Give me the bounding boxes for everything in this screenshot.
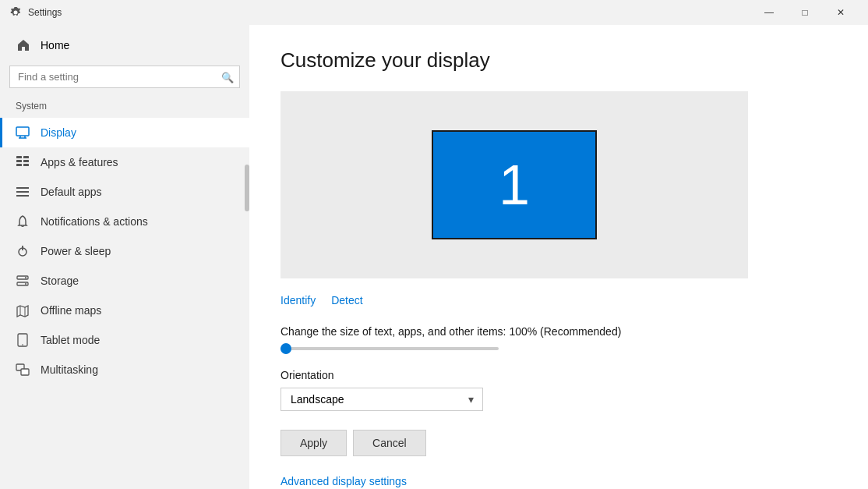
apps-icon — [16, 155, 30, 169]
sidebar-item-display[interactable]: Display — [0, 118, 249, 147]
svg-rect-8 — [23, 156, 29, 158]
detect-button[interactable]: Detect — [331, 294, 362, 307]
sidebar-home-item[interactable]: Home — [0, 25, 249, 66]
svg-point-23 — [22, 344, 23, 345]
page-title: Customize your display — [281, 48, 837, 73]
power-icon — [16, 244, 30, 258]
svg-rect-25 — [21, 369, 29, 375]
sidebar-item-power[interactable]: Power & sleep — [0, 236, 249, 266]
sidebar-maps-label: Offline maps — [41, 304, 101, 317]
home-label: Home — [41, 39, 69, 51]
search-icon: 🔍 — [221, 71, 234, 83]
svg-rect-10 — [23, 164, 29, 166]
notifications-icon — [16, 214, 30, 229]
title-bar: Settings — □ ✕ — [0, 0, 868, 25]
sidebar-item-storage[interactable]: Storage — [0, 266, 249, 296]
cancel-button[interactable]: Cancel — [353, 430, 426, 456]
svg-point-0 — [14, 11, 18, 15]
scaling-container: Change the size of text, apps, and other… — [281, 325, 837, 350]
scrollbar-thumb[interactable] — [245, 165, 249, 211]
sidebar-item-apps-features[interactable]: Apps & features — [0, 147, 249, 177]
settings-gear-icon — [9, 6, 22, 19]
apply-button[interactable]: Apply — [281, 430, 347, 456]
sidebar-item-tablet[interactable]: Tablet mode — [0, 325, 249, 355]
sidebar-item-multitasking[interactable]: Multitasking — [0, 355, 249, 384]
identify-button[interactable]: Identify — [281, 294, 316, 307]
storage-icon — [16, 274, 30, 288]
scaling-slider-track[interactable] — [281, 347, 499, 350]
action-buttons-row: Apply Cancel — [281, 430, 837, 456]
monitor-number: 1 — [499, 153, 530, 217]
sidebar-apps-label: Apps & features — [41, 156, 118, 168]
sidebar: Home 🔍 System Display — [0, 25, 249, 489]
maximize-button[interactable]: □ — [787, 0, 823, 25]
svg-rect-5 — [16, 156, 22, 158]
title-bar-controls: — □ ✕ — [751, 0, 859, 25]
sidebar-multitasking-label: Multitasking — [41, 363, 98, 376]
advanced-display-settings-link[interactable]: Advanced display settings — [281, 475, 407, 487]
search-input[interactable] — [9, 66, 240, 88]
minimize-button[interactable]: — — [751, 0, 787, 25]
svg-rect-12 — [16, 191, 29, 193]
map-icon — [16, 303, 30, 317]
default-apps-icon — [16, 185, 30, 199]
display-preview: 1 — [281, 91, 748, 278]
slider-thumb[interactable] — [281, 343, 291, 354]
svg-point-19 — [25, 283, 26, 285]
sidebar-display-label: Display — [41, 126, 76, 139]
sidebar-item-offline-maps[interactable]: Offline maps — [0, 296, 249, 325]
title-bar-title: Settings — [28, 7, 62, 18]
system-label: System — [0, 97, 249, 118]
svg-rect-6 — [16, 160, 22, 162]
scaling-label: Change the size of text, apps, and other… — [281, 325, 837, 338]
display-links: Identify Detect — [281, 294, 837, 307]
svg-rect-9 — [23, 160, 29, 162]
sidebar-tablet-label: Tablet mode — [41, 334, 100, 346]
svg-point-18 — [25, 277, 26, 278]
svg-rect-1 — [16, 127, 29, 136]
sidebar-item-notifications[interactable]: Notifications & actions — [0, 207, 249, 236]
sidebar-search-container: 🔍 — [9, 66, 240, 88]
svg-rect-7 — [16, 164, 22, 166]
multitask-icon — [16, 363, 30, 377]
close-button[interactable]: ✕ — [823, 0, 859, 25]
svg-rect-11 — [16, 187, 29, 189]
home-icon — [16, 37, 31, 53]
tablet-icon — [16, 333, 30, 347]
orientation-container: Orientation Landscape Portrait Landscape… — [281, 369, 837, 411]
sidebar-items-list: Display Apps & features — [0, 118, 249, 489]
sidebar-notifications-label: Notifications & actions — [41, 215, 148, 228]
display-icon — [16, 126, 30, 140]
svg-rect-13 — [16, 195, 29, 197]
orientation-label: Orientation — [281, 369, 837, 381]
app-body: Home 🔍 System Display — [0, 25, 868, 489]
sidebar-power-label: Power & sleep — [41, 245, 111, 257]
monitor-box: 1 — [432, 130, 597, 239]
main-content: Customize your display 1 Identify Detect… — [249, 25, 868, 489]
orientation-select-wrapper: Landscape Portrait Landscape (flipped) P… — [281, 388, 483, 411]
sidebar-storage-label: Storage — [41, 275, 79, 287]
sidebar-item-default-apps[interactable]: Default apps — [0, 177, 249, 207]
orientation-select[interactable]: Landscape Portrait Landscape (flipped) P… — [281, 388, 483, 411]
scrollbar-track[interactable] — [245, 25, 249, 489]
sidebar-default-label: Default apps — [41, 186, 102, 198]
